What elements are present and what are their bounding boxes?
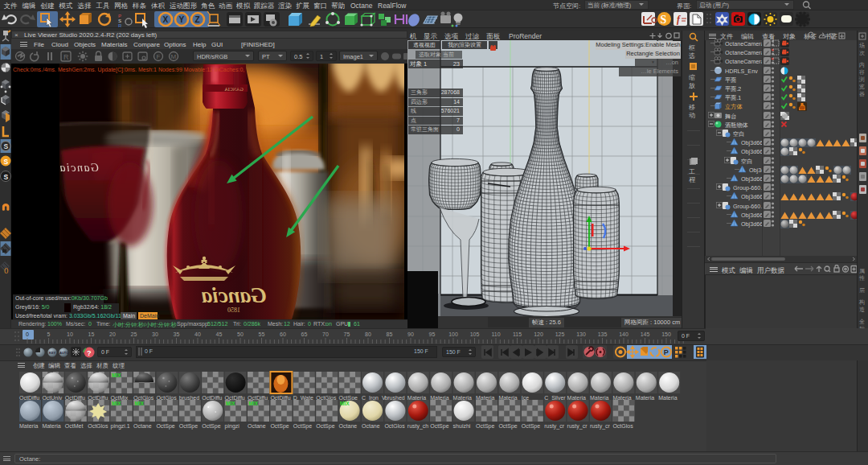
svg-text:Y: Y [179, 15, 185, 24]
svg-text:75: 75 [344, 331, 350, 337]
svg-text:95: 95 [429, 331, 436, 337]
svg-text:pingzi: pingzi [225, 423, 240, 430]
svg-text:OctSpe: OctSpe [498, 423, 517, 430]
svg-text:OctUniv: OctUniv [42, 395, 62, 401]
svg-text:rusty_ch: rusty_ch [407, 423, 429, 430]
svg-text:90: 90 [407, 331, 414, 337]
svg-text:5: 5 [47, 331, 51, 337]
svg-text:S: S [661, 14, 667, 26]
svg-text:S: S [4, 158, 9, 166]
svg-text:MIX: MIX [112, 372, 121, 378]
svg-text:rusty_cr: rusty_cr [544, 423, 565, 430]
svg-text:GANCIA: GANCIA [224, 87, 244, 92]
svg-text:40: 40 [194, 331, 201, 337]
svg-text:110: 110 [491, 331, 500, 337]
svg-text:150: 150 [661, 331, 671, 337]
svg-text:Z: Z [195, 15, 200, 24]
svg-text:120: 120 [534, 331, 543, 337]
svg-text:OctGlos: OctGlos [612, 423, 633, 429]
svg-text:OctSpe: OctSpe [270, 423, 289, 430]
svg-text:OctSpe: OctSpe [293, 423, 312, 430]
svg-text:Materia: Materia [590, 395, 608, 401]
svg-text:OctDiffu: OctDiffu [270, 395, 290, 401]
svg-text:105: 105 [470, 331, 480, 337]
svg-text:R: R [118, 23, 122, 28]
svg-text:Materia: Materia [612, 395, 631, 401]
svg-text:140: 140 [619, 331, 628, 337]
svg-text:Gancia: Gancia [202, 283, 267, 307]
svg-text:OctSpe: OctSpe [522, 423, 540, 430]
svg-text:30: 30 [152, 331, 158, 337]
svg-text:Materia: Materia [453, 395, 472, 401]
svg-text:Materia: Materia [498, 395, 517, 401]
svg-text:Materia: Materia [658, 395, 677, 401]
svg-text:70: 70 [322, 331, 329, 337]
svg-text:85: 85 [387, 331, 393, 337]
svg-text:Gancia: Gancia [59, 162, 99, 174]
svg-text:R: R [63, 53, 69, 61]
svg-text:OctSpe: OctSpe [476, 423, 494, 430]
svg-text:OctSpe: OctSpe [202, 423, 220, 430]
svg-text:0: 0 [26, 331, 29, 337]
svg-text:135: 135 [598, 331, 608, 337]
svg-text:100: 100 [448, 331, 458, 337]
svg-text:OctGlos: OctGlos [384, 423, 405, 429]
svg-text:brushed: brushed [179, 395, 199, 401]
svg-text:OctDiffu: OctDiffu [88, 395, 108, 401]
svg-text:MIX: MIX [226, 401, 235, 406]
svg-text:45: 45 [216, 331, 223, 337]
svg-text:20: 20 [109, 331, 116, 337]
svg-text:Materia: Materia [42, 423, 60, 429]
svg-text:1850: 1850 [227, 307, 240, 314]
svg-text:Materia: Materia [476, 395, 494, 401]
svg-text:OctSpe: OctSpe [156, 423, 174, 430]
svg-text:OctDiffu: OctDiffu [248, 395, 268, 401]
svg-text:OctGlos: OctGlos [133, 395, 154, 401]
svg-text:Octane: Octane [248, 423, 266, 429]
svg-text:80: 80 [365, 331, 371, 337]
svg-text:M: M [171, 53, 177, 60]
svg-text:X: X [163, 15, 169, 24]
svg-text:pingzi.1: pingzi.1 [111, 423, 130, 430]
svg-text:Materia: Materia [19, 423, 38, 429]
svg-text:MIX: MIX [112, 401, 121, 406]
svg-text:OctMet: OctMet [65, 423, 84, 429]
svg-text:OctDiffu: OctDiffu [19, 395, 39, 401]
svg-text:Ice: Ice [522, 395, 529, 401]
svg-text:OctMix: OctMix [111, 395, 129, 401]
svg-text:Octane: Octane [133, 423, 152, 429]
svg-text:55: 55 [259, 331, 265, 337]
svg-text:rusty_cr: rusty_cr [590, 423, 611, 430]
svg-text:OctSpe: OctSpe [316, 423, 334, 430]
svg-text:125: 125 [555, 331, 565, 337]
svg-text:shuizhi: shuizhi [453, 423, 471, 429]
svg-text:Materia: Materia [407, 395, 426, 401]
svg-text:OctGlos: OctGlos [156, 395, 177, 401]
svg-text:Materia: Materia [636, 395, 654, 401]
svg-text:OctDiffu: OctDiffu [65, 395, 85, 401]
svg-text:MIX: MIX [249, 401, 259, 406]
svg-text:50: 50 [237, 331, 244, 337]
svg-text:10: 10 [67, 331, 73, 337]
svg-text:S: S [4, 173, 9, 181]
svg-text:115: 115 [513, 331, 522, 337]
svg-text:OctGlos: OctGlos [316, 395, 337, 401]
svg-text:F: F [157, 53, 161, 60]
svg-text:MIX: MIX [135, 401, 145, 406]
svg-text:25: 25 [131, 331, 137, 337]
svg-text:15: 15 [88, 331, 95, 337]
svg-text:145: 145 [641, 331, 650, 337]
svg-text:OctSpe: OctSpe [430, 423, 448, 430]
svg-text:Octane: Octane [339, 423, 358, 429]
svg-text:65: 65 [301, 331, 308, 337]
svg-text:130: 130 [576, 331, 586, 337]
svg-text:Materia: Materia [430, 395, 448, 401]
svg-text:brushed: brushed [384, 395, 404, 401]
svg-text:OctDiffu: OctDiffu [202, 395, 222, 401]
svg-text:P: P [664, 348, 669, 356]
svg-text:(): () [4, 266, 9, 274]
svg-text:S: S [4, 142, 9, 150]
svg-text:OctSpe: OctSpe [179, 423, 198, 430]
svg-text:OctGlos: OctGlos [88, 423, 108, 429]
svg-text:35: 35 [174, 331, 180, 337]
